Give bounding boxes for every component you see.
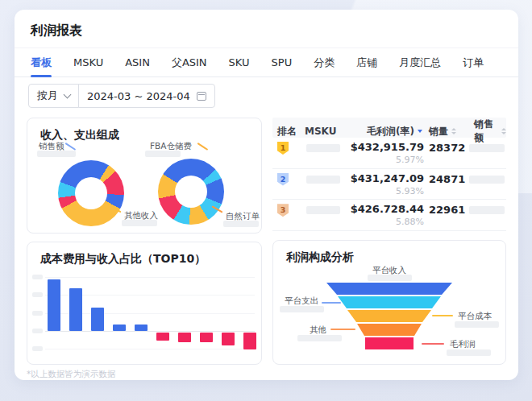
tab-parent-asin[interactable]: 父ASIN bbox=[172, 48, 207, 76]
rank-badge-bronze: 3 bbox=[277, 204, 289, 217]
y-tick-placeholder bbox=[32, 311, 43, 316]
profit-structure-card: 利润构成分析 平台收入 平台支出 平台成本 其他 毛利润 bbox=[272, 240, 506, 365]
platform-cost-connector-line bbox=[432, 315, 453, 316]
tab-asin[interactable]: ASIN bbox=[125, 48, 150, 76]
page-header: 利润报表 bbox=[15, 10, 518, 48]
demo-data-footnote: *以上数据皆为演示数据 bbox=[27, 369, 115, 380]
bar-segment bbox=[113, 325, 126, 331]
sort-desc-icon bbox=[418, 130, 422, 133]
volume-value: 24871 bbox=[424, 169, 469, 200]
chevron-down-icon bbox=[64, 91, 72, 99]
rank-badge-gold: 1 bbox=[277, 142, 289, 155]
other-label: 其他 bbox=[310, 325, 326, 336]
baseline bbox=[45, 331, 255, 332]
tab-store[interactable]: 店铺 bbox=[356, 48, 377, 76]
granularity-select[interactable]: 按月 bbox=[28, 84, 79, 108]
y-tick-placeholder bbox=[32, 275, 43, 279]
fba-storage-value-placeholder bbox=[145, 151, 181, 157]
page-title: 利润报表 bbox=[31, 23, 82, 39]
fba-storage-connector-line bbox=[197, 143, 208, 151]
bar-segment bbox=[243, 333, 256, 349]
gross-profit-rate: 5.93% bbox=[347, 186, 424, 196]
sales-connector-line bbox=[65, 143, 76, 151]
y-tick-placeholder bbox=[32, 329, 43, 333]
header-gross-profit-sort[interactable]: 毛利润(率) bbox=[347, 125, 424, 138]
msku-ranking-table: 排名 MSKU 毛利润(率) 销量 销售额 1 $ bbox=[272, 118, 506, 231]
y-tick-placeholder bbox=[32, 346, 43, 351]
granularity-value: 按月 bbox=[37, 89, 58, 103]
gridline bbox=[45, 349, 255, 349]
tab-msku[interactable]: MSKU bbox=[73, 48, 103, 76]
gross-profit-rate: 5.97% bbox=[347, 155, 424, 165]
platform-expense-label: 平台支出 bbox=[285, 296, 318, 307]
date-range-value: 2024-03 ~ 2024-04 bbox=[87, 90, 190, 102]
gross-profit-value-placeholder bbox=[447, 349, 491, 356]
bar-segment bbox=[91, 308, 104, 331]
profit-structure-card-title: 利润构成分析 bbox=[286, 250, 354, 265]
bar-segment bbox=[69, 288, 82, 331]
bar-segment bbox=[178, 333, 191, 342]
gross-profit-rate: 5.88% bbox=[347, 217, 424, 227]
cost-ratio-card-title: 成本费用与收入占比（TOP10） bbox=[40, 252, 206, 267]
gross-profit-value: $432,915.79 bbox=[347, 141, 424, 153]
cost-ratio-card: 成本费用与收入占比（TOP10） bbox=[27, 242, 262, 365]
rank-badge-silver: 2 bbox=[277, 173, 289, 186]
gross-profit-connector-line bbox=[422, 343, 444, 345]
table-header-row: 排名 MSKU 毛利润(率) 销量 销售额 bbox=[272, 118, 506, 138]
header-volume-sort[interactable]: 销量 bbox=[424, 125, 469, 138]
gross-profit-cell: $426.728.44 5.88% bbox=[347, 200, 424, 230]
platform-cost-label: 平台成本 bbox=[458, 311, 492, 322]
tab-dashboard[interactable]: 看板 bbox=[31, 48, 52, 76]
sales-placeholder bbox=[469, 206, 505, 214]
bar-segment bbox=[156, 333, 169, 341]
date-range-picker[interactable]: 2024-03 ~ 2024-04 bbox=[78, 84, 215, 108]
platform-cost-value-placeholder bbox=[455, 321, 499, 328]
bar-segment bbox=[200, 333, 213, 342]
other-value-placeholder bbox=[297, 335, 342, 341]
table-row[interactable]: 1 $432,915.79 5.97% 28372 bbox=[272, 138, 506, 169]
msku-placeholder bbox=[306, 206, 340, 214]
main-panel: 利润报表 看板 MSKU ASIN 父ASIN SKU SPU 分类 店铺 月度… bbox=[15, 10, 518, 380]
tab-spu[interactable]: SPU bbox=[272, 48, 293, 76]
income-donut-chart[interactable] bbox=[58, 160, 124, 226]
tab-sku[interactable]: SKU bbox=[229, 48, 250, 76]
gross-profit-cell: $431,247.09 5.93% bbox=[347, 169, 424, 200]
funnel-layer bbox=[325, 296, 454, 308]
msku-placeholder bbox=[306, 176, 340, 184]
header-volume-label: 销量 bbox=[429, 125, 448, 138]
profit-funnel-chart[interactable] bbox=[325, 283, 454, 351]
sales-placeholder bbox=[469, 176, 505, 184]
bar-segment bbox=[222, 333, 235, 345]
sales-value-placeholder bbox=[37, 151, 76, 157]
gridline bbox=[45, 277, 255, 278]
expense-donut-chart[interactable] bbox=[158, 159, 224, 225]
tab-bar: 看板 MSKU ASIN 父ASIN SKU SPU 分类 店铺 月度汇总 订单 bbox=[15, 48, 518, 77]
profit-report-page: 利润报表 看板 MSKU ASIN 父ASIN SKU SPU 分类 店铺 月度… bbox=[0, 0, 532, 401]
sales-placeholder bbox=[469, 144, 505, 152]
volume-value: 28372 bbox=[424, 138, 469, 168]
header-gross-profit-label: 毛利润(率) bbox=[367, 125, 414, 138]
tab-orders[interactable]: 订单 bbox=[463, 48, 484, 76]
bar-segment bbox=[135, 325, 148, 331]
platform-expense-value-placeholder bbox=[280, 306, 324, 312]
other-income-value-placeholder bbox=[122, 220, 157, 226]
organic-orders-value-placeholder bbox=[223, 221, 259, 227]
gross-profit-cell: $432,915.79 5.97% bbox=[347, 138, 424, 168]
platform-income-value-placeholder bbox=[368, 275, 412, 281]
header-rank: 排名 bbox=[272, 125, 300, 138]
bar-segment bbox=[48, 279, 60, 331]
filter-bar: 按月 2024-03 ~ 2024-04 bbox=[28, 84, 215, 108]
table-row[interactable]: 3 $426.728.44 5.88% 22961 bbox=[272, 200, 506, 231]
gross-profit-label: 毛利润 bbox=[450, 339, 476, 350]
header-msku: MSKU bbox=[300, 126, 347, 137]
tab-monthly-summary[interactable]: 月度汇总 bbox=[399, 48, 441, 76]
funnel-layer bbox=[325, 283, 454, 295]
other-connector-line bbox=[330, 329, 355, 330]
table-row[interactable]: 2 $431,247.09 5.93% 24871 bbox=[272, 169, 506, 200]
sort-icon bbox=[451, 128, 456, 134]
gross-profit-value: $431,247.09 bbox=[347, 172, 424, 184]
tab-category[interactable]: 分类 bbox=[314, 48, 335, 76]
y-tick-placeholder bbox=[32, 292, 43, 297]
income-expense-composition-card: 收入、支出组成 销售额 FBA仓储费 其他收入 自然订单 bbox=[27, 118, 262, 234]
volume-value: 22961 bbox=[424, 200, 469, 230]
